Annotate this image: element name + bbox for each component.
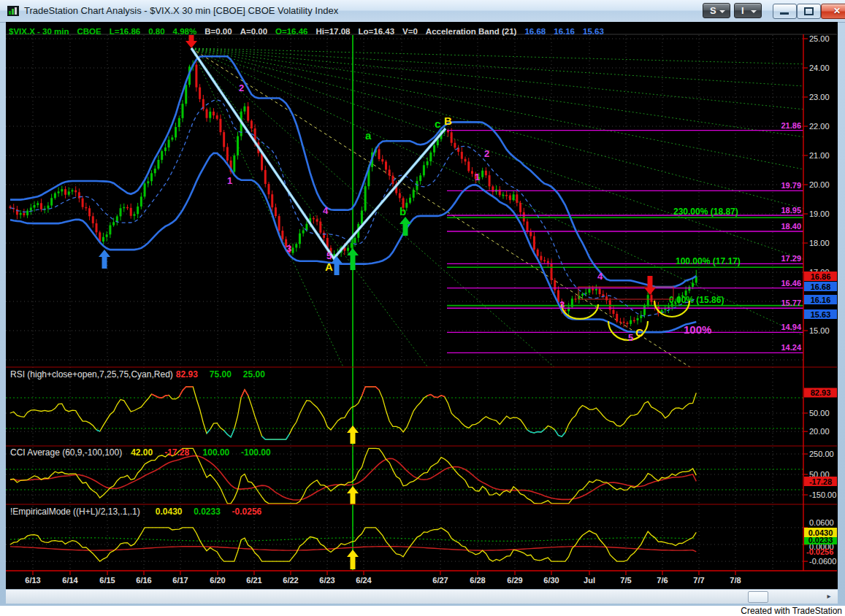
interval-button-label: I: [741, 5, 744, 16]
info-segment: $VIX.X - 30 min: [9, 27, 69, 36]
info-segment: B=0.00: [204, 27, 232, 36]
info-segment: L=16.86: [110, 27, 141, 36]
info-segment: 4.98%: [173, 27, 197, 36]
info-segment: Lo=16.43: [358, 27, 394, 36]
app-icon: [7, 5, 19, 17]
window-title: TradeStation Chart Analysis - $VIX.X 30 …: [24, 5, 338, 16]
chart-client-area[interactable]: [6, 22, 838, 589]
minimize-button[interactable]: [773, 4, 797, 19]
close-button[interactable]: [821, 4, 845, 19]
interval-dropdown-button[interactable]: I: [734, 3, 762, 18]
horizontal-scrollbar[interactable]: [6, 589, 838, 604]
style-dropdown-button[interactable]: S: [703, 3, 730, 18]
credit-text: Created with TradeStation: [0, 606, 842, 616]
info-segment: O=16.46: [275, 27, 307, 36]
info-segment: V=0: [402, 27, 418, 36]
title-bar[interactable]: TradeStation Chart Analysis - $VIX.X 30 …: [0, 0, 845, 23]
info-segment: CBOE: [77, 27, 101, 36]
tradestation-window: TradeStation Chart Analysis - $VIX.X 30 …: [0, 0, 845, 606]
style-button-label: S: [710, 5, 716, 16]
info-segment: A=0.00: [240, 27, 267, 36]
info-segment: Hi=17.08: [316, 27, 350, 36]
info-segment: 16.68: [524, 27, 546, 36]
info-segment: Acceleration Band (21): [426, 27, 517, 36]
maximize-button[interactable]: [797, 4, 821, 19]
info-segment: 0.80: [148, 27, 164, 36]
info-segment: 16.16: [554, 27, 575, 36]
info-segment: 15.63: [583, 27, 604, 36]
scrollbar-thumb[interactable]: [748, 591, 768, 603]
info-bar: $VIX.X - 30 minCBOEL=16.860.804.98%B=0.0…: [9, 24, 612, 35]
scrollbar-right-arrow-icon[interactable]: [824, 591, 834, 601]
